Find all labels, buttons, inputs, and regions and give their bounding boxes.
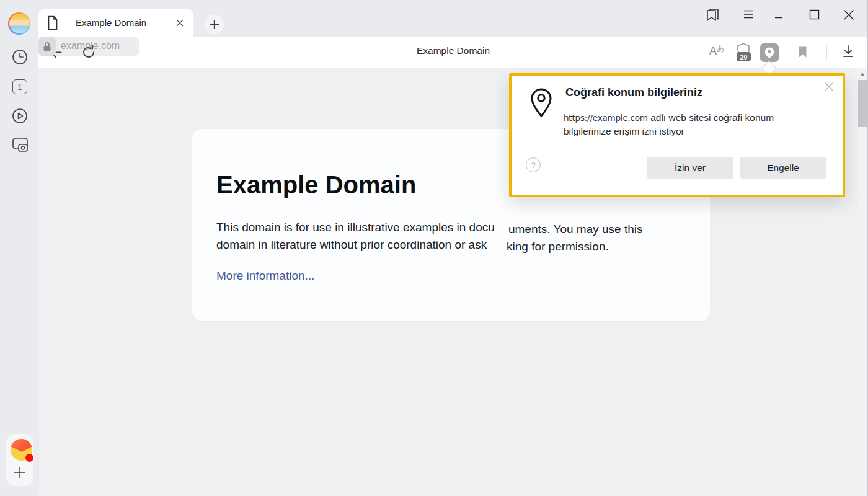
bookmarks-stack-icon <box>706 8 720 22</box>
page-icon <box>46 16 59 30</box>
minimize-button[interactable] <box>774 9 784 19</box>
toolbar-divider <box>826 45 827 60</box>
geolocation-button-active[interactable] <box>760 43 779 62</box>
screenshot-button[interactable] <box>11 135 29 154</box>
download-icon <box>842 45 854 58</box>
translate-icon: A <box>709 45 717 57</box>
maximize-icon <box>809 9 820 20</box>
window-close-button[interactable] <box>843 9 854 20</box>
plus-icon <box>209 19 219 30</box>
allow-button[interactable]: İzin ver <box>647 157 733 179</box>
scrollbar-up-arrow[interactable] <box>860 73 865 76</box>
play-icon <box>12 108 28 124</box>
popup-site-url: https://example.com <box>564 113 648 123</box>
paragraph-line-overlap: king for permission. <box>507 240 609 254</box>
maximize-button[interactable] <box>809 9 820 20</box>
side-panels-button[interactable] <box>706 8 720 22</box>
location-pin-icon <box>764 46 775 59</box>
popup-body-line1: adlı web sitesi coğrafi konum <box>648 112 774 123</box>
kana-icon: あ <box>717 44 724 53</box>
paragraph-line: This domain is for use in illustrative e… <box>216 221 495 234</box>
protect-shield-button[interactable]: 20 <box>735 42 755 62</box>
minimize-icon <box>774 9 784 19</box>
new-tab-button[interactable] <box>205 15 224 34</box>
shield-count-badge: 20 <box>737 52 751 61</box>
toolbar-divider <box>787 45 787 60</box>
popup-title: Coğrafi konum bilgileriniz <box>565 86 702 99</box>
close-icon <box>823 81 835 92</box>
question-mark-icon: ? <box>531 161 535 170</box>
clock-icon <box>12 49 28 65</box>
avatar-image <box>9 14 29 33</box>
downloads-button[interactable] <box>842 45 854 58</box>
page-heading: Example Domain <box>216 171 416 199</box>
tab-title: Example Domain <box>76 17 146 28</box>
close-icon <box>175 18 185 28</box>
tab-example-domain[interactable]: Example Domain <box>38 9 193 37</box>
tabs-counter-button[interactable]: 1 <box>11 78 29 96</box>
tab-close-button[interactable] <box>175 18 185 28</box>
screenshot-icon <box>11 135 29 154</box>
tab-count-icon: 1 <box>12 79 27 94</box>
block-button[interactable]: Engelle <box>740 157 826 179</box>
hamburger-icon <box>743 9 754 19</box>
popup-body: https://example.com adlı web sitesi coğr… <box>564 111 807 138</box>
paragraph-line: domain in literature without prior coord… <box>216 238 487 252</box>
popup-close-button[interactable] <box>823 81 835 92</box>
popup-help-button[interactable]: ? <box>526 157 541 172</box>
bookmark-button[interactable] <box>797 45 808 58</box>
profile-avatar[interactable] <box>8 12 30 35</box>
close-icon <box>843 9 854 20</box>
player-button[interactable] <box>11 107 29 125</box>
bookmark-icon <box>797 45 808 58</box>
tab-strip: Example Domain <box>38 0 868 37</box>
geolocation-permission-popup: Coğrafi konum bilgileriniz https://examp… <box>509 73 845 197</box>
tab-count-label: 1 <box>17 82 22 92</box>
shield-count: 20 <box>740 53 748 61</box>
sidebar-add-button[interactable] <box>13 466 27 479</box>
scrollbar-track[interactable] <box>858 68 867 496</box>
paragraph-line-overlap: uments. You may use this <box>508 223 643 236</box>
location-pin-icon <box>529 87 554 120</box>
popup-body-line2: bilgilerinize erişim izni istiyor <box>564 126 684 136</box>
plus-icon <box>13 466 27 479</box>
history-button[interactable] <box>11 48 29 66</box>
more-information-link[interactable]: More information... <box>216 269 314 283</box>
toolbar: example.com Example Domain Aあ 20 <box>38 37 868 68</box>
translate-button[interactable]: Aあ <box>709 45 730 61</box>
scrollbar-thumb[interactable] <box>858 80 867 127</box>
sidebar: 1 <box>0 0 38 496</box>
menu-button[interactable] <box>743 9 754 19</box>
notification-dot <box>25 454 33 462</box>
